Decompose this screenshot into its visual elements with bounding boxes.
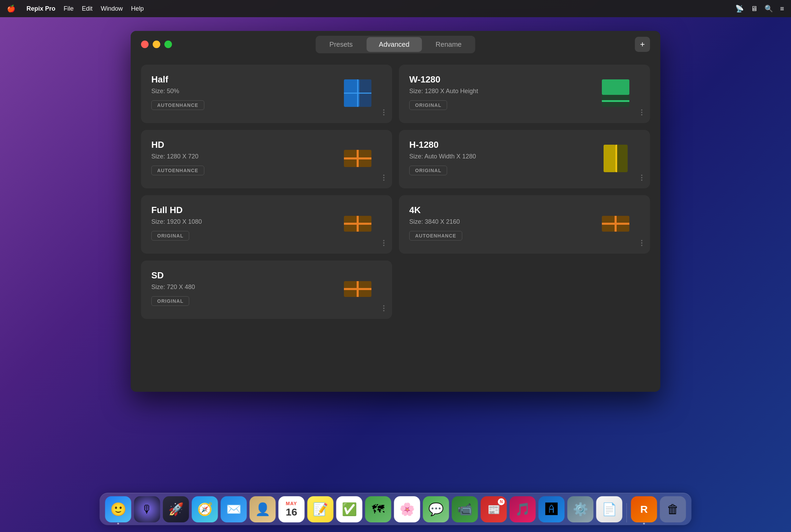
preset-badge: AUTOENHANCE (151, 166, 204, 175)
dock-reminders[interactable]: ✅ (336, 496, 362, 522)
tab-rename[interactable]: Rename (423, 37, 474, 52)
dock-music[interactable]: 🎵 (510, 496, 536, 522)
preset-badge: AUTOENHANCE (151, 100, 204, 110)
card-menu-fullhd[interactable] (383, 240, 384, 246)
airplay-icon[interactable]: 📡 (735, 4, 744, 13)
card-menu-hd[interactable] (383, 175, 384, 181)
dock-finder[interactable]: 🙂 (105, 496, 131, 522)
list-icon[interactable]: ≡ (780, 5, 784, 13)
dock-appstore[interactable]: 🅰 (539, 496, 565, 522)
preset-card-fullhd[interactable]: Full HD Size: 1920 X 1080 ORIGINAL (141, 195, 392, 254)
titlebar: Presets Advanced Rename + (131, 31, 660, 58)
presets-grid: Half Size: 50% AUTOENHANCE W-1280 Size: … (131, 58, 660, 326)
preset-badge: AUTOENHANCE (409, 231, 462, 241)
h1280-icon (600, 143, 631, 175)
dock-repixpro[interactable]: R (631, 496, 657, 522)
dock-photos[interactable]: 🌸 (394, 496, 420, 522)
menubar-right-icons: 📡 🖥 🔍 ≡ (735, 4, 784, 13)
hd-icon (342, 143, 373, 175)
svg-rect-11 (604, 145, 616, 172)
dock-facetime[interactable]: 📹 (452, 496, 478, 522)
w1280-icon (600, 78, 631, 110)
fullhd-icon (342, 208, 373, 241)
card-menu-sd[interactable] (383, 305, 384, 311)
dock-news[interactable]: 📰 N (481, 496, 507, 522)
dock-safari[interactable]: 🧭 (192, 496, 218, 522)
fullscreen-button[interactable] (164, 41, 172, 48)
card-menu-half[interactable] (383, 109, 384, 115)
dock-maps[interactable]: 🗺 (365, 496, 391, 522)
tab-presets[interactable]: Presets (317, 37, 365, 52)
add-preset-button[interactable]: + (635, 37, 650, 52)
dock-calendar[interactable]: MAY 16 (279, 496, 305, 522)
preset-card-hd[interactable]: HD Size: 1280 X 720 AUTOENHANCE (141, 130, 392, 188)
tab-advanced[interactable]: Advanced (367, 37, 422, 52)
preset-card-4k[interactable]: 4K Size: 3840 X 2160 AUTOENHANCE (399, 195, 650, 254)
menu-help[interactable]: Help (131, 5, 144, 12)
app-name[interactable]: Repix Pro (26, 5, 55, 12)
dock-siri[interactable]: 🎙 (134, 496, 160, 522)
preset-badge: ORIGINAL (409, 100, 447, 110)
svg-rect-5 (602, 79, 629, 95)
preset-card-half[interactable]: Half Size: 50% AUTOENHANCE (141, 65, 392, 123)
dock-mail[interactable]: ✉️ (221, 496, 247, 522)
preset-badge: ORIGINAL (409, 166, 447, 175)
card-menu-4k[interactable] (641, 240, 642, 246)
apple-menu-icon[interactable]: 🍎 (7, 4, 15, 13)
card-menu-w1280[interactable] (641, 109, 642, 115)
traffic-lights (141, 41, 172, 48)
dock-messages[interactable]: 💬 (423, 496, 449, 522)
preset-card-w1280[interactable]: W-1280 Size: 1280 X Auto Height ORIGINAL (399, 65, 650, 123)
card-menu-h1280[interactable] (641, 175, 642, 181)
close-button[interactable] (141, 41, 149, 48)
dock-separator (627, 503, 627, 522)
preset-card-sd[interactable]: SD Size: 720 X 480 ORIGINAL (141, 261, 392, 319)
sd-icon (342, 274, 373, 306)
menu-edit[interactable]: Edit (82, 5, 93, 12)
menu-file[interactable]: File (64, 5, 74, 12)
dock-notes[interactable]: 📝 (307, 496, 334, 522)
menubar: 🍎 Repix Pro File Edit Window Help 📡 🖥 🔍 … (0, 0, 791, 17)
minimize-button[interactable] (153, 41, 160, 48)
tabs-container: Presets Advanced Rename (316, 36, 475, 53)
dock-launchpad[interactable]: 🚀 (163, 496, 189, 522)
preset-card-h1280[interactable]: H-1280 Size: Auto Width X 1280 ORIGINAL (399, 130, 650, 188)
dock-textedit[interactable]: 📄 (596, 496, 622, 522)
dock-contacts[interactable]: 👤 (250, 496, 276, 522)
half-icon (342, 78, 373, 110)
main-window: Presets Advanced Rename + Half Size: 50%… (131, 31, 660, 392)
display-icon[interactable]: 🖥 (751, 5, 758, 13)
menu-window[interactable]: Window (101, 5, 123, 12)
search-icon[interactable]: 🔍 (765, 4, 773, 13)
dock: 🙂 🎙 🚀 🧭 ✉️ 👤 MAY 16 📝 ✅ 🗺 🌸 (100, 493, 692, 525)
4k-icon (600, 208, 631, 241)
dock-systemprefs[interactable]: ⚙️ (567, 496, 594, 522)
dock-trash[interactable]: 🗑 (660, 496, 686, 522)
preset-badge: ORIGINAL (151, 231, 189, 241)
preset-badge: ORIGINAL (151, 296, 189, 306)
